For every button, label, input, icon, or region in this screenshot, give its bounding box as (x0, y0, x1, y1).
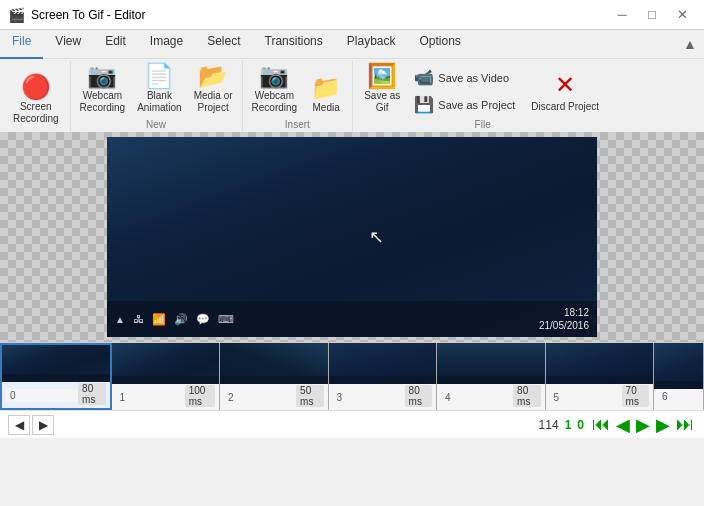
save-as-project-button[interactable]: 💾 Save as Project (407, 92, 522, 117)
discard-label: Discard Project (531, 101, 599, 112)
save-as-gif-icon: 🖼️ (367, 64, 397, 88)
blank-animation-label: BlankAnimation (137, 90, 181, 114)
frame-thumb-1 (112, 343, 220, 384)
menu-playback[interactable]: Playback (335, 30, 408, 59)
frame-delay-5: 70 ms (622, 385, 649, 407)
frame-index-1: 1 (116, 391, 185, 404)
discard-project-button[interactable]: ✕ Discard Project (524, 66, 606, 117)
frame-index-6: 6 (658, 390, 691, 403)
file-group: 🖼️ Save asGif 📹 Save as Video 💾 Save as … (353, 61, 612, 132)
webcam-insert-icon: 📷 (259, 64, 289, 88)
preview-frame: ↖ ▲ 🖧 📶 🔊 💬 ⌨ 18:12 21/05/2016 (107, 137, 597, 337)
save-as-project-icon: 💾 (414, 95, 434, 114)
taskbar-date-value: 21/05/2016 (539, 319, 589, 332)
first-frame-button[interactable]: ⏮ (590, 414, 612, 435)
close-button[interactable]: ✕ (668, 4, 696, 26)
menu-view[interactable]: View (43, 30, 93, 59)
frame-thumb-2 (220, 343, 328, 384)
taskbar-keyboard-icon: ⌨ (218, 313, 234, 326)
frame-thumb-4 (437, 343, 545, 384)
webcam-recording-button[interactable]: 📷 WebcamRecording (75, 61, 131, 117)
timeline-frame-4[interactable]: 4 80 ms (437, 343, 546, 410)
title-controls: ─ □ ✕ (608, 4, 696, 26)
frame-index-5: 5 (550, 391, 622, 404)
taskbar-chevron-icon: ▲ (115, 314, 125, 325)
title-text: Screen To Gif - Editor (31, 8, 146, 22)
recording-buttons: 🔴 ScreenRecording (8, 61, 64, 128)
blank-animation-icon: 📄 (144, 64, 174, 88)
webcam-insert-label: WebcamRecording (252, 90, 298, 114)
zoom-level-label: 0 (577, 418, 584, 432)
frame-taskbar-0 (2, 374, 110, 382)
nav-bar: ◀ ▶ 114 1 0 ⏮ ◀ ▶ ▶ ⏭ (0, 410, 704, 438)
menu-select[interactable]: Select (195, 30, 252, 59)
screen-recording-label: ScreenRecording (13, 101, 59, 125)
canvas-area: ↖ ▲ 🖧 📶 🔊 💬 ⌨ 18:12 21/05/2016 (0, 132, 704, 342)
maximize-button[interactable]: □ (638, 4, 666, 26)
save-small-group: 📹 Save as Video 💾 Save as Project (407, 65, 522, 117)
save-as-video-button[interactable]: 📹 Save as Video (407, 65, 522, 90)
save-as-video-icon: 📹 (414, 68, 434, 87)
screen-recording-button[interactable]: 🔴 ScreenRecording (8, 72, 64, 128)
timeline-frame-0[interactable]: 0 80 ms (0, 343, 112, 410)
cursor-indicator: ↖ (369, 226, 384, 248)
last-frame-button[interactable]: ⏭ (674, 414, 696, 435)
timeline-frame-2[interactable]: 2 50 ms (220, 343, 329, 410)
taskbar-wifi-icon: 📶 (152, 313, 166, 326)
menu-file[interactable]: File (0, 30, 43, 59)
taskbar-sound-icon: 🔊 (174, 313, 188, 326)
taskbar-network-icon: 🖧 (133, 313, 144, 325)
frame-thumb-5 (546, 343, 654, 384)
menu-transitions[interactable]: Transitions (253, 30, 335, 59)
title-bar: 🎬 Screen To Gif - Editor ─ □ ✕ (0, 0, 704, 30)
ribbon-collapse-button[interactable]: ▲ (676, 30, 704, 58)
new-group: 📷 WebcamRecording 📄 BlankAnimation 📂 Med… (71, 61, 243, 132)
prev-frame-button[interactable]: ◀ (614, 414, 632, 436)
screen-recording-icon: 🔴 (21, 75, 51, 99)
webcam-icon: 📷 (87, 64, 117, 88)
timeline-frame-5[interactable]: 5 70 ms (546, 343, 655, 410)
menu-image[interactable]: Image (138, 30, 195, 59)
frame-thumb-6 (654, 343, 703, 389)
next-frame-button[interactable]: ▶ (654, 414, 672, 436)
frame-taskbar-6 (654, 381, 703, 389)
media-or-project-button[interactable]: 📂 Media orProject (189, 61, 238, 117)
save-as-gif-label: Save asGif (364, 90, 400, 114)
frame-taskbar-4 (437, 376, 545, 384)
taskbar-time-value: 18:12 (539, 306, 589, 319)
frame-count-label: 114 (539, 418, 559, 432)
save-as-video-label: Save as Video (438, 72, 509, 84)
webcam-recording-insert-button[interactable]: 📷 WebcamRecording (247, 61, 303, 117)
insert-group-label: Insert (247, 117, 349, 132)
timeline-frame-1[interactable]: 1 100 ms (112, 343, 221, 410)
save-as-gif-button[interactable]: 🖼️ Save asGif (359, 61, 405, 117)
blank-animation-button[interactable]: 📄 BlankAnimation (132, 61, 186, 117)
file-group-label: File (359, 117, 606, 132)
ribbon: 🔴 ScreenRecording 📷 WebcamRecording 📄 Bl… (0, 59, 704, 132)
prev-page-button[interactable]: ◀ (8, 415, 30, 435)
taskbar-chat-icon: 💬 (196, 313, 210, 326)
taskbar-clock: 18:12 21/05/2016 (539, 306, 589, 332)
taskbar-left: ▲ 🖧 📶 🔊 💬 ⌨ (115, 313, 234, 326)
timeline-frame-6[interactable]: 6 (654, 343, 704, 410)
next-page-button[interactable]: ▶ (32, 415, 54, 435)
frame-taskbar-1 (112, 376, 220, 384)
file-buttons: 🖼️ Save asGif 📹 Save as Video 💾 Save as … (359, 61, 606, 117)
menu-edit[interactable]: Edit (93, 30, 138, 59)
media-insert-icon: 📁 (311, 76, 341, 100)
taskbar-sim: ▲ 🖧 📶 🔊 💬 ⌨ 18:12 21/05/2016 (107, 301, 597, 337)
menu-options[interactable]: Options (408, 30, 473, 59)
save-as-project-label: Save as Project (438, 99, 515, 111)
title-left: 🎬 Screen To Gif - Editor (8, 7, 146, 23)
timeline-frame-3[interactable]: 3 80 ms (329, 343, 438, 410)
frame-taskbar-3 (329, 376, 437, 384)
current-frame-label: 1 (565, 418, 572, 432)
frame-index-2: 2 (224, 391, 296, 404)
media-insert-button[interactable]: 📁 Media (304, 73, 348, 117)
play-button[interactable]: ▶ (634, 414, 652, 436)
frame-delay-3: 80 ms (405, 385, 432, 407)
frame-thumb-0 (2, 345, 110, 382)
minimize-button[interactable]: ─ (608, 4, 636, 26)
frame-index-0: 0 (6, 389, 78, 402)
discard-icon: ✕ (555, 71, 575, 99)
